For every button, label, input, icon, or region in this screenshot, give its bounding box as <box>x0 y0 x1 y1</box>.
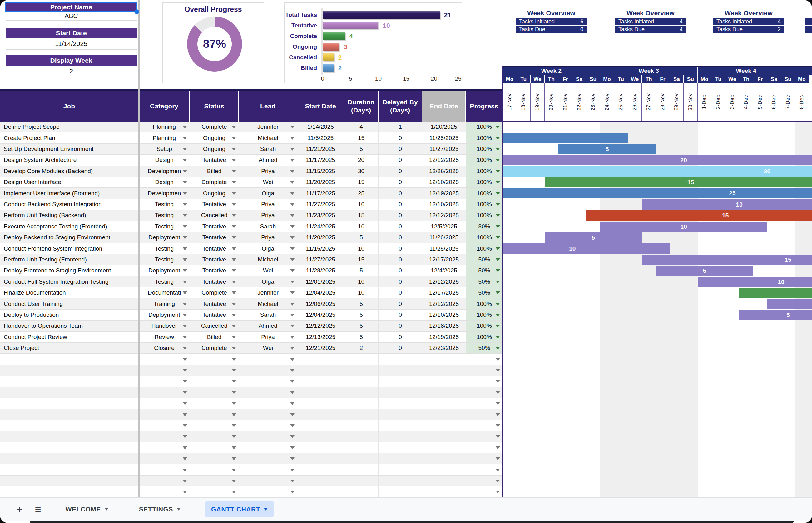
cell-category[interactable] <box>139 453 190 464</box>
dropdown-arrow-icon[interactable] <box>290 435 295 438</box>
cell-category[interactable]: Design <box>139 155 190 166</box>
cell-delayed[interactable]: 0 <box>379 265 422 276</box>
cell-status[interactable] <box>190 376 239 387</box>
cell-progress[interactable]: 50% <box>466 287 503 299</box>
cell-duration[interactable]: 10 <box>344 243 379 254</box>
cell-category[interactable] <box>139 464 190 475</box>
cell-lead[interactable] <box>239 354 297 365</box>
cell-lead[interactable]: Michael <box>239 254 297 265</box>
cell-progress[interactable] <box>466 376 503 387</box>
cell-lead[interactable] <box>239 475 297 486</box>
cell-lead[interactable]: Sarah <box>239 310 297 321</box>
dropdown-arrow-icon[interactable] <box>496 469 500 471</box>
cell-start[interactable] <box>297 475 344 486</box>
dropdown-arrow-icon[interactable] <box>290 391 295 394</box>
dropdown-arrow-icon[interactable] <box>290 413 295 416</box>
cell-lead[interactable]: Wei <box>239 343 297 354</box>
cell-category[interactable] <box>139 475 190 486</box>
dropdown-arrow-icon[interactable] <box>232 380 236 383</box>
cell-duration[interactable]: 30 <box>344 166 379 177</box>
cell-lead[interactable]: Wei <box>239 177 297 188</box>
dropdown-arrow-icon[interactable] <box>290 402 295 405</box>
cell-category[interactable] <box>139 420 190 431</box>
cell-delayed[interactable]: 0 <box>379 243 422 254</box>
cell-duration[interactable] <box>344 431 379 442</box>
cell-start[interactable] <box>297 431 344 442</box>
dropdown-arrow-icon[interactable] <box>290 291 295 294</box>
cell-status[interactable]: Tentative <box>190 254 239 265</box>
cell-duration[interactable] <box>344 486 379 498</box>
dropdown-arrow-icon[interactable] <box>232 137 236 140</box>
dropdown-arrow-icon[interactable] <box>232 269 236 272</box>
dropdown-arrow-icon[interactable] <box>290 170 295 173</box>
dropdown-arrow-icon[interactable] <box>183 269 187 272</box>
cell-progress[interactable]: 100% <box>466 332 503 343</box>
cell-lead[interactable]: Jennifer <box>239 287 297 299</box>
dropdown-arrow-icon[interactable] <box>290 225 295 228</box>
dropdown-arrow-icon[interactable] <box>290 159 295 162</box>
dropdown-arrow-icon[interactable] <box>232 347 236 349</box>
tab-gantt-chart[interactable]: GANTT CHART <box>205 501 274 517</box>
cell-start[interactable]: 11/17/2025 <box>297 188 344 199</box>
cell-duration[interactable]: 5 <box>344 265 379 276</box>
dropdown-arrow-icon[interactable] <box>496 402 500 405</box>
cell-duration[interactable]: 15 <box>344 210 379 221</box>
cell-start[interactable] <box>297 486 344 498</box>
cell-progress[interactable]: 100% <box>466 132 503 143</box>
cell-start[interactable]: 11/20/2025 <box>297 177 344 188</box>
dropdown-arrow-icon[interactable] <box>232 258 236 261</box>
cell-start[interactable]: 1/14/2025 <box>297 122 344 132</box>
cell-end[interactable] <box>422 431 466 442</box>
dropdown-arrow-icon[interactable] <box>183 391 187 394</box>
dropdown-arrow-icon[interactable] <box>496 358 500 361</box>
cell-lead[interactable]: Sarah <box>239 221 297 232</box>
cell-duration[interactable]: 5 <box>344 144 379 155</box>
dropdown-arrow-icon[interactable] <box>496 336 500 339</box>
cell-delayed[interactable]: 0 <box>379 155 422 166</box>
dropdown-arrow-icon[interactable] <box>183 137 187 140</box>
cell-job[interactable]: Deploy Backend to Staging Environment <box>0 232 139 243</box>
cell-category[interactable]: Testing <box>139 243 190 254</box>
cell-job[interactable] <box>0 443 139 453</box>
cell-progress[interactable]: 50% <box>466 265 503 276</box>
dropdown-arrow-icon[interactable] <box>232 469 236 471</box>
cell-delayed[interactable]: 0 <box>379 210 422 221</box>
cell-category[interactable]: Developmen <box>139 188 190 199</box>
cell-job[interactable]: Create Project Plan <box>0 132 139 143</box>
cell-delayed[interactable] <box>379 376 422 387</box>
cell-lead[interactable]: Jennifer <box>239 122 297 132</box>
dropdown-arrow-icon[interactable] <box>183 402 187 405</box>
cell-end[interactable]: 11/26/2025 <box>422 232 466 243</box>
cell-category[interactable]: Handover <box>139 321 190 331</box>
cell-delayed[interactable] <box>379 443 422 453</box>
dropdown-arrow-icon[interactable] <box>232 358 236 361</box>
cell-lead[interactable] <box>239 409 297 420</box>
cell-duration[interactable] <box>344 475 379 486</box>
cell-start[interactable] <box>297 376 344 387</box>
dropdown-arrow-icon[interactable] <box>290 181 295 184</box>
cell-start[interactable] <box>297 398 344 409</box>
dropdown-arrow-icon[interactable] <box>232 303 236 306</box>
cell-lead[interactable]: Michael <box>239 132 297 143</box>
cell-status[interactable]: Tentative <box>190 265 239 276</box>
cell-status[interactable] <box>190 464 239 475</box>
cell-delayed[interactable]: 0 <box>379 221 422 232</box>
cell-end[interactable]: 12/19/2025 <box>422 188 466 199</box>
start-date-header-cell[interactable]: Start Date <box>6 28 137 38</box>
cell-job[interactable]: Design System Architecture <box>0 155 139 166</box>
cell-job[interactable]: Define Project Scope <box>0 122 139 132</box>
dropdown-arrow-icon[interactable] <box>496 347 500 349</box>
cell-delayed[interactable] <box>379 486 422 498</box>
cell-duration[interactable]: 10 <box>344 287 379 299</box>
cell-end[interactable]: 12/10/2025 <box>422 177 466 188</box>
cell-lead[interactable] <box>239 453 297 464</box>
cell-category[interactable] <box>139 486 190 498</box>
cell-job[interactable] <box>0 387 139 398</box>
dropdown-arrow-icon[interactable] <box>290 303 295 306</box>
dropdown-arrow-icon[interactable] <box>183 258 187 261</box>
cell-category[interactable]: Documentati <box>139 287 190 299</box>
cell-job[interactable]: Deploy to Production <box>0 310 139 321</box>
dropdown-arrow-icon[interactable] <box>232 214 236 217</box>
cell-category[interactable]: Closure <box>139 343 190 354</box>
cell-job[interactable]: Conduct Frontend System Integration <box>0 243 139 254</box>
